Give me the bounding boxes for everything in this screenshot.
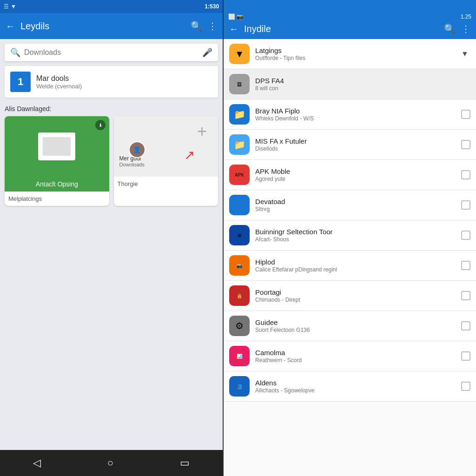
list-item[interactable]: 📊CamolmaReathwern - Scord <box>224 341 476 371</box>
app-desc: Sltnrg <box>255 206 456 212</box>
user-row: 👤 Mer gudi Downloads <box>119 155 145 167</box>
suggested-text: Mar dools Welde (cvernoal) <box>36 74 82 90</box>
left-status-icons: ☰ ▼ <box>4 3 16 10</box>
app-list: ▼LatgingsOutfforde - Tipn files▼🖼DPS FA4… <box>224 39 476 476</box>
checkbox[interactable] <box>461 382 470 391</box>
app-card-2[interactable]: + ↗ 👤 Mer gudi Downloads Thorgie <box>114 116 218 206</box>
app-card-image-1: ⬇ <box>5 116 109 177</box>
app-icon-item8: 📷 <box>229 255 250 276</box>
app-card-1[interactable]: ⬇ Antaclt Opsing Melplatcings <box>5 116 109 206</box>
app-name: Poortagi <box>255 288 456 296</box>
app-icon-item9: 🔒 <box>229 285 250 306</box>
app-icon-item12: 📘 <box>229 376 250 397</box>
app-sublabel-2: Thorgie <box>114 177 218 191</box>
home-nav-button[interactable]: ○ <box>107 457 113 469</box>
right-back-button[interactable]: ← <box>229 24 238 34</box>
app-icon-item7: 🖥 <box>229 225 250 245</box>
list-item[interactable]: 📁MIS FA x FutulerDisellods <box>224 130 476 160</box>
app-icon-item5: APK <box>229 165 250 185</box>
right-search-button[interactable]: 🔍 <box>444 23 456 34</box>
app-name: MIS FA x Futuler <box>255 137 456 145</box>
checkbox[interactable] <box>461 110 470 119</box>
checkbox[interactable] <box>461 351 470 361</box>
right-toolbar-title: Inydile <box>244 24 438 34</box>
search-input[interactable] <box>24 48 198 57</box>
mic-icon[interactable]: 🎤 <box>202 47 212 58</box>
list-item[interactable]: 🔒PoortagiChimaods - Dirept <box>224 281 476 311</box>
list-item[interactable]: ▼LatgingsOutfforde - Tipn files▼ <box>224 39 476 69</box>
apps-grid: ⬇ Antaclt Opsing Melplatcings + ↗ 👤 Mer … <box>5 116 218 206</box>
app-icon-item10: ⚙ <box>229 316 250 336</box>
checkbox[interactable] <box>461 200 470 210</box>
right-status-left: ⬜ 📷 <box>228 13 244 20</box>
app-info-item9: PoortagiChimaods - Dirept <box>255 288 456 303</box>
app-desc: Calice Eftefarar pDingsand reginl <box>255 266 456 273</box>
app-info-item10: GuideeSuort Felectoon G136 <box>255 318 456 333</box>
list-item[interactable]: 📘AldensAllichaots - Sgowelopve <box>224 371 476 402</box>
suggested-item[interactable]: 1 Mar dools Welde (cvernoal) <box>5 66 218 98</box>
list-item[interactable]: APKAPK MobleAgored yute <box>224 160 476 190</box>
checkbox[interactable] <box>461 140 470 149</box>
left-toolbar-title: Leydils <box>20 21 185 32</box>
list-item[interactable]: 📁Bray NIA FiploWhleks Dewnfold - W/S <box>224 99 476 130</box>
search-bar[interactable]: 🔍 🎤 <box>5 44 218 61</box>
checkbox[interactable] <box>461 321 470 331</box>
app-icon-item3: 📁 <box>229 104 250 125</box>
section-label: Alis Dawnlaged: <box>5 105 218 112</box>
suggested-title: Mar dools <box>36 74 82 83</box>
app-icon-item2: 🖼 <box>229 74 250 94</box>
list-item[interactable]: ⚙GuideeSuort Felectoon G136 <box>224 311 476 341</box>
app-desc: Suort Felectoon G136 <box>255 327 456 333</box>
back-nav-button[interactable]: ◁ <box>33 457 41 469</box>
right-time: 1.25 <box>461 13 471 20</box>
back-button[interactable]: ← <box>6 21 15 32</box>
app-desc: Whleks Dewnfold - W/S <box>255 115 456 122</box>
app-desc: Disellods <box>255 145 456 152</box>
app-desc: Outfforde - Tipn files <box>255 55 454 61</box>
list-item[interactable]: 👤DevatoadSltnrg <box>224 190 476 220</box>
app-card-label-1: Antaclt Opsing <box>5 177 109 192</box>
left-panel: ☰ ▼ 1:530 ← Leydils 🔍 ⋮ 🔍 🎤 1 Mar dools … <box>0 0 223 476</box>
checkbox[interactable] <box>461 170 470 179</box>
app-info-item4: MIS FA x FutulerDisellods <box>255 137 456 152</box>
app-sublabel-1: Melplatcings <box>5 192 109 206</box>
app-info-item8: HiplodCalice Eftefarar pDingsand reginl <box>255 258 456 273</box>
list-item[interactable]: 🖼DPS FA48 will con <box>224 69 476 99</box>
app-info-item11: CamolmaReathwern - Scord <box>255 349 456 364</box>
app-icon-item6: 👤 <box>229 195 250 215</box>
left-toolbar: ← Leydils 🔍 ⋮ <box>0 13 223 39</box>
calendar-icon: 1 <box>10 72 31 92</box>
arrow-icon: ↗ <box>184 147 195 163</box>
app-name: Devatoad <box>255 198 456 205</box>
app-name: Hiplod <box>255 258 456 266</box>
more-button-left[interactable]: ⋮ <box>208 20 217 32</box>
app-info-item12: AldensAllichaots - Sgowelopve <box>255 379 456 394</box>
search-button-left[interactable]: 🔍 <box>191 20 202 32</box>
app-name: APK Moble <box>255 167 456 175</box>
app-name: Buinningr Seltection Toor <box>255 228 456 236</box>
app-icon-item4: 📁 <box>229 134 250 155</box>
app-desc: Allichaots - Sgowelopve <box>255 387 456 394</box>
list-item[interactable]: 📷HiplodCalice Eftefarar pDingsand reginl <box>224 251 476 281</box>
user-avatar: 👤 <box>129 141 145 158</box>
app-icon-item1: ▼ <box>229 44 250 64</box>
app-icon-item11: 📊 <box>229 346 250 366</box>
app-desc: 8 will con <box>255 85 470 92</box>
right-toolbar: ⬜ 📷 1.25 ← Inydile 🔍 ⋮ <box>224 0 476 39</box>
android-icon: ☰ <box>4 3 9 10</box>
notification-icon: ▼ <box>11 3 16 10</box>
app-thumb-1 <box>38 132 75 160</box>
checkbox[interactable] <box>461 261 470 270</box>
app-name: Latgings <box>255 46 454 54</box>
expand-icon[interactable]: ▼ <box>459 48 470 60</box>
right-more-button[interactable]: ⋮ <box>461 23 470 34</box>
checkbox[interactable] <box>461 291 470 300</box>
recent-nav-button[interactable]: ▭ <box>180 457 190 469</box>
app-info-item7: Buinningr Seltection ToorAfcart- Shoos <box>255 228 456 243</box>
user-sub: Downloads <box>119 162 145 167</box>
checkbox[interactable] <box>461 231 470 240</box>
list-item[interactable]: 🖥Buinningr Seltection ToorAfcart- Shoos <box>224 220 476 251</box>
right-status-bar: ⬜ 📷 1.25 <box>224 10 476 23</box>
app-info-item2: DPS FA48 will con <box>255 77 470 92</box>
app-name: DPS FA4 <box>255 77 470 85</box>
